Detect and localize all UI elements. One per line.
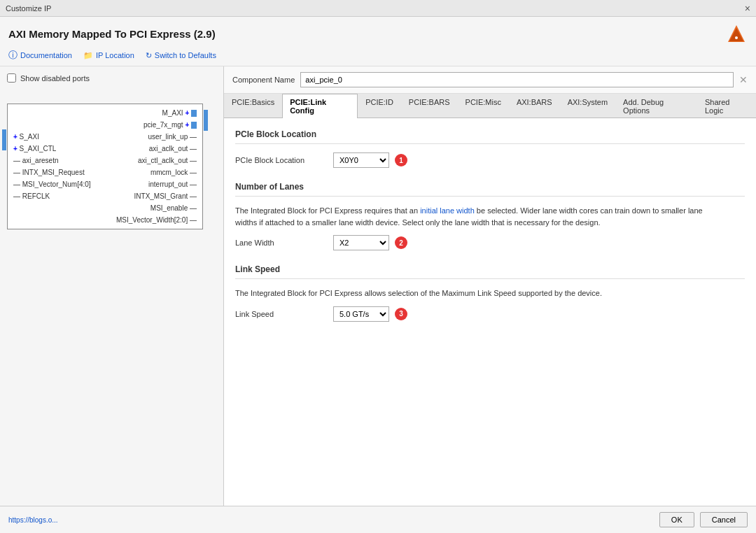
port-row: MSI_enable —: [8, 202, 202, 214]
tab-pcie-bars[interactable]: PCIE:BARS: [401, 94, 458, 118]
component-name-label: Component Name: [232, 76, 295, 84]
component-name-bar: Component Name ✕: [224, 66, 756, 94]
form-row-lane-width: Lane Width X1 X2 X4 X8 2: [235, 235, 745, 250]
section-number-of-lanes: Number of Lanes The Integrated Block for…: [235, 182, 745, 250]
tab-axi-system[interactable]: AXI:System: [560, 94, 615, 118]
refresh-icon: ↻: [146, 51, 152, 60]
footer-link[interactable]: https://blogs.o...: [8, 516, 58, 524]
port-row: pcie_7x_mgt +: [8, 119, 202, 131]
show-ports-label[interactable]: Show disabled ports: [7, 73, 216, 83]
app-title: AXI Memory Mapped To PCI Express (2.9): [8, 28, 216, 40]
port-row: — REFCLK INTX_MSI_Grant —: [8, 190, 202, 202]
header: AXI Memory Mapped To PCI Express (2.9) ⓘ…: [0, 17, 756, 66]
diagram-inner: M_AXI + pcie_7x_mgt + + S_AXI user_link_…: [8, 104, 202, 229]
footer: https://blogs.o... OK Cancel: [0, 506, 756, 533]
tab-content-link-config: PCIe Block Location PCIe Block Location …: [224, 118, 756, 506]
tab-pcie-link-config[interactable]: PCIE:Link Config: [282, 94, 358, 118]
callout-badge-2: 2: [395, 236, 407, 249]
title-bar-text: Customize IP: [6, 4, 51, 13]
switch-defaults-link[interactable]: ↻ Switch to Defaults: [146, 51, 216, 60]
header-title-row: AXI Memory Mapped To PCI Express (2.9): [8, 22, 748, 45]
port-row: + S_AXI user_link_up —: [8, 131, 202, 143]
show-ports-checkbox[interactable]: [7, 73, 16, 83]
close-button[interactable]: ×: [745, 3, 750, 14]
info-icon: ⓘ: [8, 49, 18, 62]
tab-debug[interactable]: Add. Debug Options: [615, 94, 697, 118]
link-speed-select[interactable]: 2.5 GT/s 5.0 GT/s: [333, 306, 389, 322]
link-speed-label: Link Speed: [235, 310, 333, 318]
right-panel: Component Name ✕ PCIE:Basics PCIE:Link C…: [224, 66, 756, 506]
clear-component-name-button[interactable]: ✕: [739, 74, 748, 85]
ip-location-link[interactable]: 📁 IP Location: [83, 51, 134, 60]
footer-buttons: OK Cancel: [659, 512, 748, 527]
block-location-label: PCIe Block Location: [235, 156, 333, 164]
content-area: Show disabled ports M_AXI + pcie_7x_mgt …: [0, 66, 756, 506]
component-name-input[interactable]: [300, 72, 734, 87]
section-pcie-block-location: PCIe Block Location PCIe Block Location …: [235, 129, 745, 168]
tabs-bar: PCIE:Basics PCIE:Link Config PCIE:ID PCI…: [224, 94, 756, 118]
tab-shared-logic[interactable]: Shared Logic: [697, 94, 756, 118]
main-window: AXI Memory Mapped To PCI Express (2.9) ⓘ…: [0, 17, 756, 533]
ok-button[interactable]: OK: [659, 512, 694, 527]
folder-icon: 📁: [83, 51, 93, 60]
port-row: MSI_Vector_Width[2:0] —: [8, 214, 202, 226]
tab-pcie-basics[interactable]: PCIE:Basics: [224, 94, 282, 118]
block-location-select[interactable]: X0Y0 X0Y1 X1Y0: [333, 152, 389, 168]
documentation-link[interactable]: ⓘ Documentation: [8, 49, 72, 62]
vivado-logo: [725, 22, 748, 45]
callout-badge-1: 1: [395, 154, 407, 166]
form-row-block-location: PCIe Block Location X0Y0 X0Y1 X1Y0 1: [235, 152, 745, 168]
link-speed-info-text: The Integrated Block for PCI Express all…: [235, 287, 725, 299]
section-link-speed: Link Speed The Integrated Block for PCI …: [235, 264, 745, 322]
title-bar: Customize IP ×: [0, 0, 756, 17]
port-row: — axi_aresetn axi_ctl_aclk_out —: [8, 155, 202, 166]
left-bus-connector: [2, 129, 6, 152]
section-title-block-location: PCIe Block Location: [235, 129, 745, 144]
svg-point-2: [735, 36, 738, 39]
svg-marker-1: [729, 28, 743, 41]
form-row-link-speed: Link Speed 2.5 GT/s 5.0 GT/s 3: [235, 306, 745, 322]
callout-badge-3: 3: [395, 308, 407, 320]
lanes-info-text: The Integrated Block for PCI Express req…: [235, 205, 725, 228]
cancel-button[interactable]: Cancel: [700, 512, 748, 527]
tab-axi-bars[interactable]: AXI:BARS: [509, 94, 560, 118]
port-row: — INTX_MSI_Request mmcm_lock —: [8, 166, 202, 178]
port-row: — MSI_Vector_Num[4:0] interrupt_out —: [8, 178, 202, 190]
lane-width-select[interactable]: X1 X2 X4 X8: [333, 235, 389, 250]
lane-width-label: Lane Width: [235, 239, 333, 247]
tab-pcie-id[interactable]: PCIE:ID: [358, 94, 401, 118]
tab-pcie-misc[interactable]: PCIE:Misc: [458, 94, 509, 118]
toolbar: ⓘ Documentation 📁 IP Location ↻ Switch t…: [8, 49, 748, 62]
port-row: M_AXI +: [8, 107, 202, 119]
port-row: + S_AXI_CTL axi_aclk_out —: [8, 143, 202, 155]
section-title-lanes: Number of Lanes: [235, 182, 745, 197]
left-panel: Show disabled ports M_AXI + pcie_7x_mgt …: [0, 66, 224, 506]
right-bus-connector: [204, 110, 208, 132]
diagram-container: M_AXI + pcie_7x_mgt + + S_AXI user_link_…: [7, 104, 203, 229]
section-title-link-speed: Link Speed: [235, 264, 745, 279]
